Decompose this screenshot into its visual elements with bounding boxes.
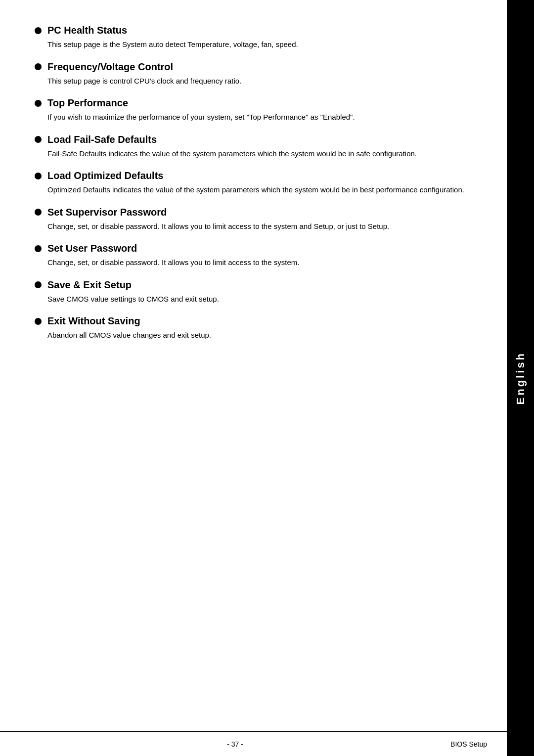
section-title-load-optimized-defaults: Load Optimized Defaults bbox=[47, 170, 163, 181]
section-header-top-performance: Top Performance bbox=[35, 97, 475, 109]
section-header-set-supervisor-password: Set Supervisor Password bbox=[35, 207, 475, 218]
section-title-set-user-password: Set User Password bbox=[47, 243, 137, 254]
section-top-performance: Top PerformanceIf you wish to maximize t… bbox=[35, 97, 475, 123]
section-header-exit-without-saving: Exit Without Saving bbox=[35, 315, 475, 327]
section-header-save-exit-setup: Save & Exit Setup bbox=[35, 279, 475, 291]
section-load-optimized-defaults: Load Optimized DefaultsOptimized Default… bbox=[35, 170, 475, 196]
section-body-save-exit-setup: Save CMOS value settings to CMOS and exi… bbox=[47, 294, 475, 305]
section-set-user-password: Set User PasswordChange, set, or disable… bbox=[35, 243, 475, 268]
section-body-top-performance: If you wish to maximize the performance … bbox=[47, 112, 475, 123]
section-pc-health-status: PC Health StatusThis setup page is the S… bbox=[35, 25, 475, 50]
bullet-load-fail-safe-defaults bbox=[35, 136, 42, 143]
section-load-fail-safe-defaults: Load Fail-Safe DefaultsFail-Safe Default… bbox=[35, 134, 475, 160]
section-title-set-supervisor-password: Set Supervisor Password bbox=[47, 207, 167, 218]
footer-right: BIOS Setup bbox=[450, 740, 487, 748]
bullet-set-supervisor-password bbox=[35, 209, 42, 216]
section-body-load-fail-safe-defaults: Fail-Safe Defaults indicates the value o… bbox=[47, 148, 475, 160]
section-body-pc-health-status: This setup page is the System auto detec… bbox=[47, 39, 475, 50]
bullet-load-optimized-defaults bbox=[35, 173, 42, 179]
bullet-top-performance bbox=[35, 100, 42, 107]
main-content: PC Health StatusThis setup page is the S… bbox=[30, 15, 485, 726]
section-set-supervisor-password: Set Supervisor PasswordChange, set, or d… bbox=[35, 207, 475, 232]
section-header-load-fail-safe-defaults: Load Fail-Safe Defaults bbox=[35, 134, 475, 145]
section-body-frequency-voltage-control: This setup page is control CPU's clock a… bbox=[47, 76, 475, 87]
section-exit-without-saving: Exit Without SavingAbandon all CMOS valu… bbox=[35, 315, 475, 341]
sidebar-label: English bbox=[514, 352, 527, 404]
section-header-set-user-password: Set User Password bbox=[35, 243, 475, 254]
bullet-frequency-voltage-control bbox=[35, 63, 42, 70]
section-body-set-supervisor-password: Change, set, or disable password. It all… bbox=[47, 221, 475, 232]
section-body-load-optimized-defaults: Optimized Defaults indicates the value o… bbox=[47, 184, 475, 196]
section-header-load-optimized-defaults: Load Optimized Defaults bbox=[35, 170, 475, 181]
footer: - 37 - BIOS Setup bbox=[0, 731, 507, 756]
section-title-top-performance: Top Performance bbox=[47, 97, 128, 109]
section-title-save-exit-setup: Save & Exit Setup bbox=[47, 279, 132, 291]
section-title-exit-without-saving: Exit Without Saving bbox=[47, 315, 140, 327]
bullet-set-user-password bbox=[35, 245, 42, 252]
section-header-pc-health-status: PC Health Status bbox=[35, 25, 475, 36]
section-title-frequency-voltage-control: Frequency/Voltage Control bbox=[47, 61, 173, 73]
section-body-exit-without-saving: Abandon all CMOS value changes and exit … bbox=[47, 330, 475, 341]
footer-page-number: - 37 - bbox=[227, 740, 243, 748]
section-header-frequency-voltage-control: Frequency/Voltage Control bbox=[35, 61, 475, 73]
section-title-load-fail-safe-defaults: Load Fail-Safe Defaults bbox=[47, 134, 157, 145]
bullet-exit-without-saving bbox=[35, 318, 42, 325]
bullet-save-exit-setup bbox=[35, 281, 42, 288]
section-save-exit-setup: Save & Exit SetupSave CMOS value setting… bbox=[35, 279, 475, 305]
section-body-set-user-password: Change, set, or disable password. It all… bbox=[47, 257, 475, 268]
section-frequency-voltage-control: Frequency/Voltage ControlThis setup page… bbox=[35, 61, 475, 87]
bullet-pc-health-status bbox=[35, 27, 42, 34]
section-title-pc-health-status: PC Health Status bbox=[47, 25, 127, 36]
sidebar: English bbox=[507, 0, 534, 756]
